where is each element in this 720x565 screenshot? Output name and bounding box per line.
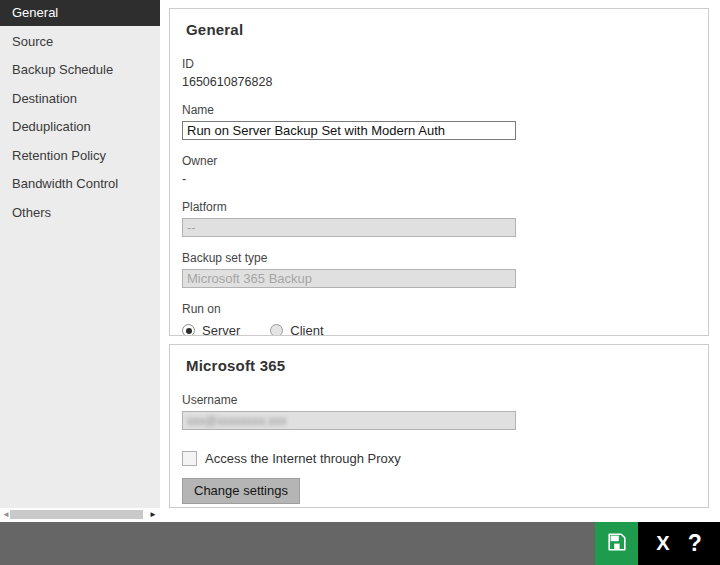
sidebar-item-source[interactable]: Source	[0, 29, 160, 55]
sidebar: General Source Backup Schedule Destinati…	[0, 0, 160, 508]
platform-label: Platform	[182, 200, 692, 214]
run-on-server-label: Server	[202, 323, 240, 336]
platform-input	[182, 218, 516, 237]
owner-label: Owner	[182, 154, 692, 168]
username-redacted-value: xxx@xxxxxxxx.xxx	[187, 414, 287, 428]
scrollbar-thumb[interactable]	[10, 510, 143, 519]
footer-black-section: X ?	[638, 522, 720, 565]
proxy-option-row: Access the Internet through Proxy	[182, 451, 692, 466]
microsoft365-panel: Microsoft 365 Username xxx@xxxxxxxx.xxx …	[169, 344, 709, 508]
general-panel-title: General	[186, 21, 692, 38]
username-label: Username	[182, 393, 692, 407]
sidebar-item-others[interactable]: Others	[0, 200, 160, 226]
main-content: General ID 1650610876828 Name Owner - Pl…	[169, 8, 709, 508]
sidebar-item-backup-schedule[interactable]: Backup Schedule	[0, 57, 160, 83]
general-panel: General ID 1650610876828 Name Owner - Pl…	[169, 8, 709, 336]
sidebar-item-destination[interactable]: Destination	[0, 86, 160, 112]
id-label: ID	[182, 57, 692, 71]
scroll-left-arrow-icon[interactable]: ◄	[2, 508, 10, 521]
backup-set-type-label: Backup set type	[182, 251, 692, 265]
run-on-server-radio[interactable]	[182, 324, 195, 336]
name-input[interactable]	[182, 121, 516, 140]
footer-bar: X ?	[0, 522, 720, 565]
change-settings-button[interactable]: Change settings	[182, 478, 300, 504]
backup-set-type-input	[182, 269, 516, 288]
microsoft365-panel-title: Microsoft 365	[186, 357, 692, 374]
run-on-client-label: Client	[290, 323, 323, 336]
close-button[interactable]: X	[656, 532, 669, 555]
id-value: 1650610876828	[182, 75, 692, 89]
floppy-disk-icon	[606, 531, 628, 557]
run-on-options: Server Client	[182, 323, 692, 336]
scroll-right-arrow-icon[interactable]: ►	[149, 508, 157, 521]
proxy-checkbox-label: Access the Internet through Proxy	[205, 451, 401, 466]
sidebar-item-general[interactable]: General	[0, 0, 160, 26]
name-label: Name	[182, 103, 692, 117]
help-button[interactable]: ?	[688, 530, 702, 557]
horizontal-scrollbar[interactable]: ◄ ►	[0, 508, 160, 521]
save-button[interactable]	[595, 522, 638, 565]
owner-value: -	[182, 172, 692, 186]
sidebar-item-bandwidth-control[interactable]: Bandwidth Control	[0, 171, 160, 197]
proxy-checkbox[interactable]	[182, 451, 197, 466]
username-input: xxx@xxxxxxxx.xxx	[182, 411, 516, 430]
run-on-label: Run on	[182, 302, 692, 316]
sidebar-item-deduplication[interactable]: Deduplication	[0, 114, 160, 140]
run-on-client-radio[interactable]	[270, 324, 283, 336]
sidebar-item-retention-policy[interactable]: Retention Policy	[0, 143, 160, 169]
